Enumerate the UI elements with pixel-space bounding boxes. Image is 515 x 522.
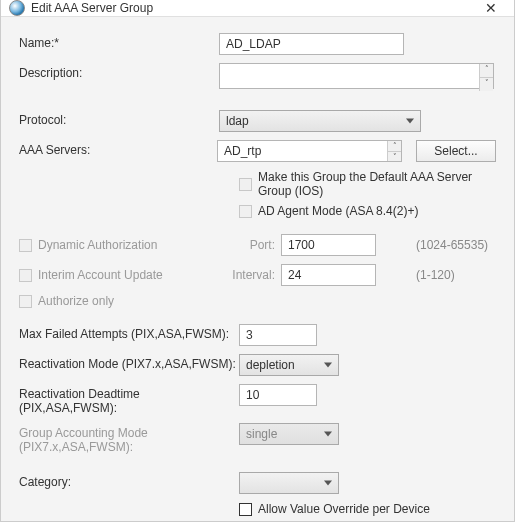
max-failed-label: Max Failed Attempts (PIX,ASA,FWSM):	[19, 324, 239, 341]
chevron-down-icon	[406, 119, 414, 124]
description-spinner[interactable]: ˄ ˅	[479, 64, 493, 91]
chevron-up-icon[interactable]: ˄	[387, 141, 401, 152]
description-wrap: ˄ ˅	[219, 63, 494, 92]
group-accounting-select: single	[239, 423, 339, 445]
close-icon[interactable]: ✕	[476, 0, 506, 16]
description-label: Description:	[19, 63, 219, 80]
reactivation-deadtime-input[interactable]	[239, 384, 317, 406]
name-input[interactable]	[219, 33, 404, 55]
titlebar: Edit AAA Server Group ✕	[1, 0, 514, 17]
protocol-select[interactable]: ldap	[219, 110, 421, 132]
allow-override-label: Allow Value Override per Device	[258, 502, 430, 516]
group-accounting-value: single	[246, 427, 277, 441]
aaa-servers-label: AAA Servers:	[19, 140, 217, 157]
aaa-servers-spinner[interactable]: ˄ ˅	[387, 141, 401, 161]
window-title: Edit AAA Server Group	[31, 1, 476, 15]
interval-input	[281, 264, 376, 286]
group-accounting-label: Group Accounting Mode (PIX7.x,ASA,FWSM):	[19, 423, 239, 454]
ad-agent-label: AD Agent Mode (ASA 8.4(2)+)	[258, 204, 418, 218]
port-range: (1024-65535)	[416, 238, 488, 252]
chevron-down-icon[interactable]: ˅	[387, 152, 401, 162]
aaa-servers-input[interactable]	[217, 140, 402, 162]
reactivation-mode-label: Reactivation Mode (PIX7.x,ASA,FWSM):	[19, 354, 239, 371]
dynamic-auth-label: Dynamic Authorization	[38, 238, 157, 252]
name-label: Name:*	[19, 33, 219, 50]
max-failed-input[interactable]	[239, 324, 317, 346]
chevron-up-icon[interactable]: ˄	[479, 64, 493, 78]
port-label: Port:	[219, 238, 281, 252]
ad-agent-checkbox	[239, 205, 252, 218]
make-default-checkbox	[239, 178, 252, 191]
authorize-only-label: Authorize only	[38, 294, 114, 308]
authorize-only-checkbox	[19, 295, 32, 308]
reactivation-mode-select[interactable]: depletion	[239, 354, 339, 376]
interval-range: (1-120)	[416, 268, 455, 282]
dialog: Edit AAA Server Group ✕ Name:* Descripti…	[0, 0, 515, 522]
aaa-servers-wrap: ˄ ˅	[217, 140, 402, 162]
chevron-down-icon	[324, 481, 332, 486]
dialog-body: Name:* Description: ˄ ˅ Protocol: ldap	[1, 17, 514, 522]
interim-label: Interim Account Update	[38, 268, 163, 282]
allow-override-checkbox[interactable]	[239, 503, 252, 516]
make-default-label: Make this Group the Default AAA Server G…	[258, 170, 496, 198]
dynamic-auth-checkbox	[19, 239, 32, 252]
app-icon	[9, 0, 25, 16]
category-select[interactable]	[239, 472, 339, 494]
interim-checkbox	[19, 269, 32, 282]
protocol-label: Protocol:	[19, 110, 219, 127]
reactivation-deadtime-label: Reactivation Deadtime (PIX,ASA,FWSM):	[19, 384, 239, 415]
reactivation-mode-value: depletion	[246, 358, 295, 372]
protocol-value: ldap	[226, 114, 249, 128]
description-input[interactable]	[219, 63, 494, 89]
chevron-down-icon	[324, 363, 332, 368]
category-label: Category:	[19, 472, 239, 489]
port-input	[281, 234, 376, 256]
interval-label: Interval:	[219, 268, 281, 282]
chevron-down-icon	[324, 432, 332, 437]
select-button[interactable]: Select...	[416, 140, 496, 162]
chevron-down-icon[interactable]: ˅	[479, 78, 493, 91]
